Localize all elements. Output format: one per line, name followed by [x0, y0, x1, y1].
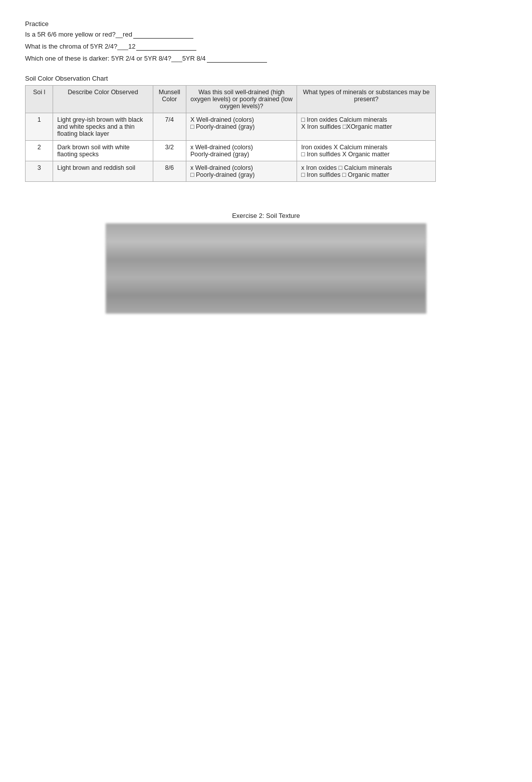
- cell-drainage-1: X Well-drained (colors) □ Poorly-drained…: [186, 113, 297, 141]
- header-soil: Soi l: [26, 86, 53, 113]
- table-header-row: Soi l Describe Color Observed Munsell Co…: [26, 86, 436, 113]
- practice-section: Practice Is a 5R 6/6 more yellow or red?…: [25, 20, 507, 63]
- minerals-line2-2: □ Iron sulfides X Organic matter: [301, 151, 431, 158]
- cell-soil-3: 3: [26, 161, 53, 182]
- minerals-line2-3: □ Iron sulfides □ Organic matter: [301, 171, 431, 178]
- cell-minerals-1: □ Iron oxides Calcium minerals X Iron su…: [297, 113, 436, 141]
- drainage-well-1: X Well-drained (colors): [190, 116, 293, 123]
- cell-minerals-2: Iron oxides X Calcium minerals □ Iron su…: [297, 141, 436, 161]
- drainage-well-3: x Well-drained (colors): [190, 164, 293, 171]
- cell-munsell-1: 7/4: [153, 113, 186, 141]
- cell-munsell-3: 8/6: [153, 161, 186, 182]
- header-minerals: What types of minerals or substances may…: [297, 86, 436, 113]
- table-row: 2 Dark brown soil with white flaoting sp…: [26, 141, 436, 161]
- exercise2-title: Exercise 2: Soil Texture: [25, 212, 507, 219]
- header-drainage: Was this soil well-drained (high oxygen …: [186, 86, 297, 113]
- practice-line2-underline: [136, 43, 196, 51]
- drainage-well-2: x Well-drained (colors): [190, 144, 293, 151]
- chart-section: Soil Color Observation Chart Soi l Descr…: [25, 75, 507, 182]
- practice-line-3: Which one of these is darker: 5YR 2/4 or…: [25, 55, 507, 63]
- drainage-poor-1: □ Poorly-drained (gray): [190, 123, 293, 130]
- minerals-line1-1: □ Iron oxides Calcium minerals: [301, 116, 431, 123]
- practice-line-1: Is a 5R 6/6 more yellow or red? __red: [25, 31, 507, 39]
- practice-line1-prefix: Is a 5R 6/6 more yellow or red?: [25, 31, 116, 38]
- table-row: 1 Light grey-ish brown with black and wh…: [26, 113, 436, 141]
- table-row: 3 Light brown and reddish soil 8/6 x Wel…: [26, 161, 436, 182]
- cell-drainage-3: x Well-drained (colors) □ Poorly-drained…: [186, 161, 297, 182]
- practice-line2-prefix: What is the chroma of 5YR 2/4?: [25, 43, 117, 50]
- drainage-poor-2: Poorly-drained (gray): [190, 151, 293, 158]
- practice-line3-prefix: Which one of these is darker: 5YR 2/4 or…: [25, 55, 171, 62]
- cell-soil-2: 2: [26, 141, 53, 161]
- chart-title: Soil Color Observation Chart: [25, 75, 507, 82]
- cell-soil-1: 1: [26, 113, 53, 141]
- practice-title: Practice: [25, 20, 507, 28]
- minerals-line1-2: Iron oxides X Calcium minerals: [301, 144, 431, 151]
- practice-line3-answer: ___5YR 8/4: [171, 55, 206, 62]
- cell-desc-1: Light grey-ish brown with black and whit…: [53, 113, 153, 141]
- header-munsell: Munsell Color: [153, 86, 186, 113]
- practice-line1-answer: __red: [116, 31, 132, 38]
- cell-minerals-3: x Iron oxides □ Calcium minerals □ Iron …: [297, 161, 436, 182]
- exercise2-image: [106, 223, 426, 314]
- cell-desc-3: Light brown and reddish soil: [53, 161, 153, 182]
- minerals-line1-3: x Iron oxides □ Calcium minerals: [301, 164, 431, 171]
- cell-desc-2: Dark brown soil with white flaoting spec…: [53, 141, 153, 161]
- cell-drainage-2: x Well-drained (colors) Poorly-drained (…: [186, 141, 297, 161]
- practice-line1-underline: [133, 31, 193, 39]
- minerals-line2-1: X Iron sulfides □XOrganic matter: [301, 123, 431, 130]
- exercise2-section: Exercise 2: Soil Texture: [25, 212, 507, 314]
- header-describe: Describe Color Observed: [53, 86, 153, 113]
- practice-line-2: What is the chroma of 5YR 2/4? ___12: [25, 43, 507, 51]
- practice-line3-underline: [207, 55, 267, 63]
- drainage-poor-3: □ Poorly-drained (gray): [190, 171, 293, 178]
- practice-line2-answer: ___12: [117, 43, 135, 50]
- cell-munsell-2: 3/2: [153, 141, 186, 161]
- soil-chart: Soi l Describe Color Observed Munsell Co…: [25, 85, 436, 182]
